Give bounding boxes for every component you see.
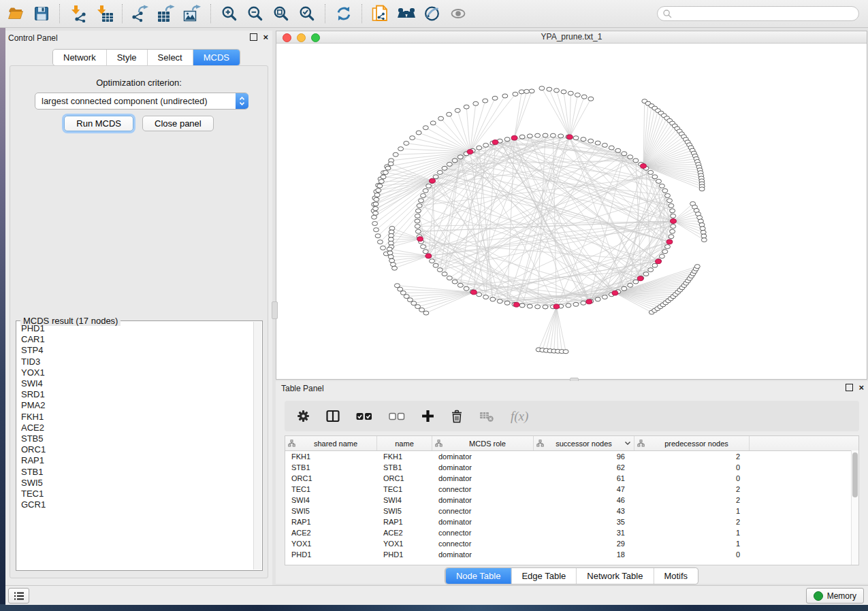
graph-node[interactable] — [477, 146, 482, 150]
graph-node[interactable] — [524, 89, 530, 93]
graph-node[interactable] — [652, 175, 658, 179]
export-network-icon[interactable] — [128, 3, 154, 24]
graph-node-mcds[interactable] — [671, 219, 677, 224]
graph-node[interactable] — [392, 266, 398, 270]
show-column-icon[interactable] — [326, 410, 340, 423]
graph-node[interactable] — [452, 280, 457, 284]
graph-node[interactable] — [622, 286, 627, 291]
graph-node[interactable] — [701, 234, 707, 238]
table-row[interactable]: SWI5SWI5connector431 — [285, 506, 858, 516]
graph-node[interactable] — [667, 199, 673, 203]
optimization-criterion-select[interactable]: largest connected component (undirected) — [35, 93, 248, 110]
mcds-result-item[interactable]: SWI4 — [17, 378, 254, 389]
mcds-result-item[interactable]: STP4 — [17, 345, 254, 356]
graph-node[interactable] — [387, 251, 393, 255]
close-window-icon[interactable] — [283, 33, 291, 42]
graph-node[interactable] — [410, 136, 415, 140]
graph-node[interactable] — [415, 225, 420, 229]
graph-node[interactable] — [490, 297, 496, 301]
graph-node[interactable] — [554, 88, 560, 93]
graph-node[interactable] — [558, 134, 564, 138]
graph-node-mcds[interactable] — [567, 135, 573, 139]
open-session-icon[interactable] — [3, 3, 29, 24]
graph-node-mcds[interactable] — [467, 150, 473, 154]
minimize-window-icon[interactable] — [297, 33, 306, 42]
table-scrollbar-thumb[interactable] — [852, 452, 858, 497]
save-session-icon[interactable] — [29, 3, 54, 24]
graph-node[interactable] — [519, 303, 525, 308]
tab-network-table[interactable]: Network Table — [576, 568, 653, 584]
add-column-icon[interactable] — [421, 410, 434, 423]
mcds-result-item[interactable]: CAR1 — [17, 334, 254, 345]
show-hide-icon[interactable] — [445, 3, 471, 24]
graph-node[interactable] — [419, 308, 425, 312]
graph-node[interactable] — [381, 246, 386, 250]
graph-node-mcds[interactable] — [641, 164, 647, 169]
network-graph-canvas[interactable] — [276, 44, 867, 380]
graph-node[interactable] — [502, 94, 508, 98]
graph-node[interactable] — [447, 276, 452, 280]
graph-node-mcds[interactable] — [586, 299, 592, 304]
tab-network[interactable]: Network — [53, 50, 106, 65]
graph-node-mcds[interactable] — [553, 304, 560, 309]
graph-node[interactable] — [581, 137, 586, 142]
graph-node[interactable] — [628, 283, 633, 287]
graph-node[interactable] — [426, 184, 432, 188]
graph-node[interactable] — [656, 179, 662, 183]
mcds-list-scrollbar[interactable] — [253, 322, 261, 569]
graph-node[interactable] — [415, 305, 421, 309]
graph-node[interactable] — [543, 133, 548, 137]
graph-node[interactable] — [398, 147, 404, 151]
graph-node[interactable] — [374, 197, 379, 201]
mcds-result-item[interactable]: TID3 — [17, 357, 254, 367]
graph-node[interactable] — [377, 184, 383, 188]
graph-node[interactable] — [423, 126, 428, 130]
mcds-result-item[interactable]: STB5 — [17, 433, 254, 444]
graph-node[interactable] — [561, 90, 566, 94]
column-header-shared-name[interactable]: shared name — [285, 436, 377, 450]
graph-node[interactable] — [519, 135, 525, 139]
graph-node[interactable] — [374, 228, 379, 232]
graph-node[interactable] — [519, 90, 524, 94]
graph-node[interactable] — [671, 225, 676, 229]
graph-node[interactable] — [602, 295, 607, 299]
graph-node[interactable] — [643, 272, 649, 276]
graph-node[interactable] — [483, 143, 489, 147]
graph-node[interactable] — [700, 227, 705, 231]
table-row[interactable]: PHD1PHD1dominator180 — [285, 549, 858, 560]
delete-column-icon[interactable] — [451, 410, 463, 423]
graph-node[interactable] — [633, 159, 639, 163]
table-row[interactable]: STB1STB1dominator620 — [285, 462, 858, 473]
graph-node[interactable] — [416, 131, 421, 135]
graph-node[interactable] — [529, 89, 534, 93]
mcds-result-item[interactable]: ORC1 — [17, 444, 254, 455]
graph-node[interactable] — [477, 293, 482, 297]
graph-node[interactable] — [573, 136, 579, 140]
graph-node[interactable] — [615, 148, 621, 152]
table-row[interactable]: SWI4SWI4dominator462 — [285, 495, 858, 506]
open-network-file-icon[interactable] — [368, 3, 393, 24]
graph-node-mcds[interactable] — [417, 237, 423, 242]
graph-node-mcds[interactable] — [511, 135, 517, 140]
graph-node[interactable] — [665, 245, 671, 249]
search-network-icon[interactable] — [393, 3, 419, 24]
graph-node[interactable] — [457, 283, 463, 287]
search-input[interactable] — [673, 8, 858, 19]
graph-node[interactable] — [628, 155, 633, 159]
graph-node[interactable] — [539, 86, 545, 90]
graph-node[interactable] — [430, 259, 435, 263]
float-panel-icon[interactable] — [250, 33, 257, 41]
graph-node[interactable] — [438, 116, 444, 120]
graph-node[interactable] — [375, 234, 381, 238]
graph-node-mcds[interactable] — [637, 276, 643, 281]
graph-node[interactable] — [527, 304, 532, 308]
column-header-predecessor-nodes[interactable]: predecessor nodes — [634, 436, 750, 450]
zoom-fit-icon[interactable] — [268, 3, 294, 24]
graph-node[interactable] — [437, 268, 443, 272]
table-row[interactable]: YOX1YOX1connector291 — [285, 538, 858, 549]
graph-node[interactable] — [535, 133, 541, 137]
graph-node[interactable] — [588, 139, 594, 143]
import-network-icon[interactable] — [65, 3, 91, 24]
graph-node[interactable] — [415, 219, 420, 223]
graph-node[interactable] — [421, 245, 426, 249]
